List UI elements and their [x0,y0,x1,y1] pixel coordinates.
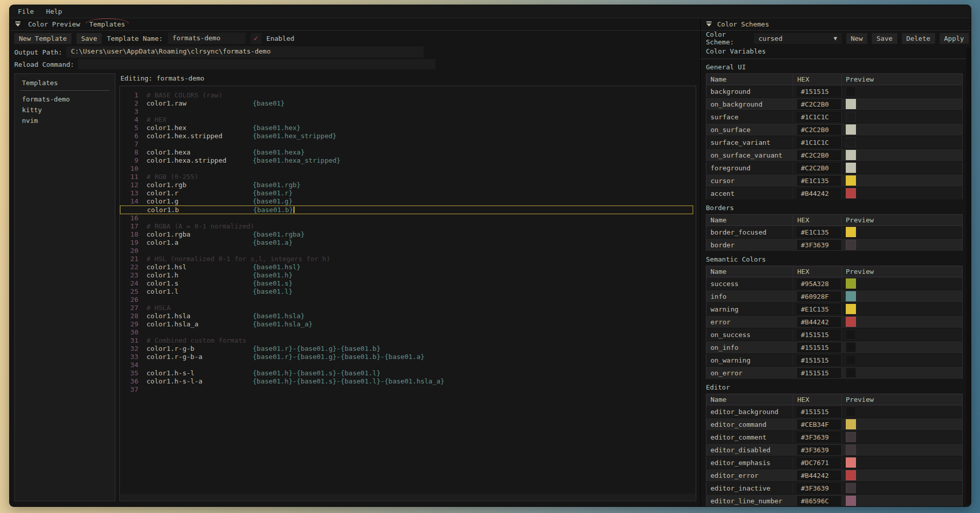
code-line-7[interactable]: 7 [120,140,696,148]
hex-value-input[interactable]: #3F3639 [797,240,842,250]
code-line-8[interactable]: 8color1.hexa{base01.hexa} [120,148,696,157]
code-line-19[interactable]: 19color1.a{base01.a} [120,239,696,247]
code-line-33[interactable]: 33color1.r-g-b-a{base01.r}-{base01.g}-{b… [120,353,696,361]
template-list-item-nvim[interactable]: nvim [15,115,115,126]
color-swatch[interactable] [846,227,856,237]
color-swatch[interactable] [846,355,856,365]
hex-value-input[interactable]: #1C1C1C [797,112,842,122]
color-swatch[interactable] [846,124,856,135]
code-line-15[interactable]: color1.b{base01.b} [120,206,693,214]
color-swatch[interactable] [846,291,856,301]
menu-item-file[interactable]: File [18,8,34,15]
color-swatch[interactable] [846,445,856,455]
hex-value-input[interactable]: #C2C2B0 [797,125,842,135]
color-swatch[interactable] [846,304,856,314]
code-line-17[interactable]: 17# RGBA (A = 0-1 normalized) [120,222,696,230]
new-template-button[interactable]: New Template [14,33,71,44]
code-line-2[interactable]: 2color1.raw{base01} [120,99,696,108]
color-swatch[interactable] [846,496,856,506]
code-line-18[interactable]: 18color1.rgba{base01.rgba} [120,230,696,239]
output-path-input[interactable]: C:\Users\user\AppData\Roaming\clrsync\fo… [66,46,424,58]
save-template-button[interactable]: Save [77,33,102,44]
hex-value-input[interactable]: #151515 [797,407,842,417]
hex-value-input[interactable]: #CEB34F [797,420,842,429]
hex-value-input[interactable]: #C2C2B0 [797,99,842,109]
code-line-10[interactable]: 10 [120,165,696,173]
tab-templates[interactable]: Templates [87,20,127,28]
hex-value-input[interactable]: #1C1C1C [797,138,842,147]
code-line-24[interactable]: 24color1.s{base01.s} [120,279,696,288]
hex-value-input[interactable]: #3F3639 [797,483,842,493]
scheme-new-button[interactable]: New [846,33,867,44]
color-swatch[interactable] [846,240,856,250]
hex-value-input[interactable]: #3F3639 [797,445,842,455]
color-swatch[interactable] [846,86,856,96]
color-swatch[interactable] [846,342,856,352]
code-line-20[interactable]: 20 [120,247,696,255]
color-swatch[interactable] [846,317,856,327]
hex-value-input[interactable]: #C2C2B0 [797,163,842,173]
vertical-scrollbar[interactable] [966,47,971,504]
color-swatch[interactable] [846,99,856,109]
color-swatch[interactable] [846,112,856,122]
template-list-item-kitty[interactable]: kitty [15,105,115,115]
hex-value-input[interactable]: #DC7671 [797,458,842,468]
reload-command-input[interactable] [78,59,435,69]
template-code-editor[interactable]: 1# BASE COLORS (raw)2color1.raw{base01}3… [119,86,696,501]
code-line-30[interactable]: 30 [120,328,696,337]
color-swatch[interactable] [846,368,856,378]
hex-value-input[interactable]: #151515 [797,330,842,340]
code-line-37[interactable]: 37 [120,386,696,394]
code-line-14[interactable]: 14color1.g{base01.g} [120,197,696,206]
horizontal-scrollbar[interactable] [120,494,695,500]
code-line-22[interactable]: 22color1.hsl{base01.hsl} [120,263,696,271]
code-line-28[interactable]: 28color1.hsla{base01.hsla} [120,312,696,320]
menu-item-help[interactable]: Help [46,8,62,15]
code-line-25[interactable]: 25color1.l{base01.l} [120,288,696,296]
color-scheme-select[interactable]: cursed ▼ [754,33,842,44]
hex-value-input[interactable]: #86596C [797,496,842,506]
code-line-9[interactable]: 9color1.hexa.stripped{base01.hexa_stripp… [120,157,696,165]
color-swatch[interactable] [846,432,856,442]
hex-value-input[interactable]: #B44242 [797,317,842,327]
code-line-1[interactable]: 1# BASE COLORS (raw) [120,91,696,99]
hex-value-input[interactable]: #B44242 [797,471,842,480]
color-swatch[interactable] [846,419,856,429]
hex-value-input[interactable]: #151515 [797,368,842,378]
code-line-23[interactable]: 23color1.h{base01.h} [120,271,696,279]
collapse-icon[interactable] [15,21,21,27]
code-line-35[interactable]: 35color1.h-s-l{base01.h}-{base01.s}-{bas… [120,369,696,377]
scheme-apply-button[interactable]: Apply [940,33,969,44]
hex-value-input[interactable]: #151515 [797,343,842,352]
color-swatch[interactable] [846,150,856,160]
code-line-32[interactable]: 32color1.r-g-b{base01.r}-{base01.g}-{bas… [120,345,696,353]
color-swatch[interactable] [846,175,856,186]
hex-value-input[interactable]: #E1C135 [797,176,842,186]
hex-value-input[interactable]: #3F3639 [797,432,842,442]
code-line-3[interactable]: 3 [120,108,696,116]
hex-value-input[interactable]: #151515 [797,87,842,96]
collapse-icon[interactable] [706,21,712,27]
code-line-13[interactable]: 13color1.r{base01.r} [120,189,696,197]
color-swatch[interactable] [846,163,856,173]
code-line-29[interactable]: 29color1.hsla_a{base01.hsla_a} [120,320,696,328]
code-line-31[interactable]: 31# Combined custom formats [120,337,696,345]
tab-color-preview[interactable]: Color Preview [26,20,82,28]
scheme-save-button[interactable]: Save [872,33,897,44]
color-swatch[interactable] [846,470,856,480]
hex-value-input[interactable]: #60928F [797,292,842,301]
hex-value-input[interactable]: #B44242 [797,189,842,198]
code-line-16[interactable]: 16 [120,214,696,222]
code-line-34[interactable]: 34 [120,361,696,369]
color-swatch[interactable] [846,188,856,198]
hex-value-input[interactable]: #E1C135 [797,304,842,314]
scheme-delete-button[interactable]: Delete [902,33,935,44]
template-list-item-formats-demo[interactable]: formats-demo [15,94,115,105]
code-line-11[interactable]: 11# RGB (0-255) [120,173,696,181]
code-line-27[interactable]: 27# HSLA [120,304,696,312]
color-swatch[interactable] [846,483,856,493]
hex-value-input[interactable]: #95A328 [797,279,842,289]
color-swatch[interactable] [846,329,856,340]
color-swatch[interactable] [846,406,856,417]
color-swatch[interactable] [846,457,856,468]
